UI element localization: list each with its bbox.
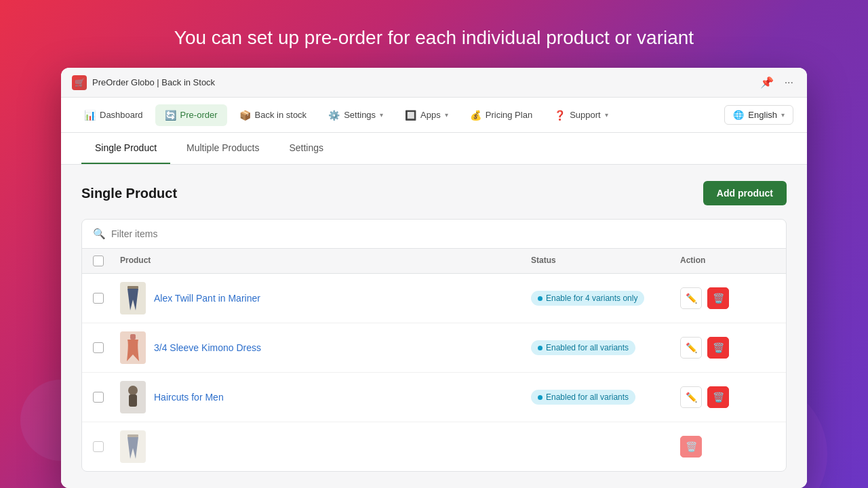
nav-label-pricing-plan: Pricing Plan (486, 110, 532, 120)
col-product: Product (120, 256, 531, 266)
back-in-stock-icon: 📦 (239, 110, 251, 121)
row-3-status: Enabled for all variants (531, 390, 680, 405)
hero-text: You can set up pre-order for each indivi… (174, 27, 694, 49)
tab-settings[interactable]: Settings (275, 133, 337, 164)
row-2-status-label: Enabled for all variants (546, 343, 629, 352)
nav-label-back-in-stock: Back in stock (255, 110, 307, 120)
svg-rect-4 (127, 434, 138, 437)
more-options-icon[interactable]: ··· (782, 75, 796, 90)
nav-item-pricing-plan[interactable]: 💰 Pricing Plan (460, 104, 542, 126)
nav-right: 🌐 English ▾ (724, 105, 793, 125)
apps-icon: 🔲 (405, 110, 416, 121)
row-2-product-name[interactable]: 3/4 Sleeve Kimono Dress (154, 342, 261, 353)
app-icon: 🛒 (72, 75, 87, 90)
row-1-checkbox[interactable] (93, 293, 104, 304)
row-1-edit-button[interactable]: ✏️ (680, 287, 702, 309)
table-row: 3/4 Sleeve Kimono Dress Enabled for all … (82, 323, 786, 373)
select-all-checkbox[interactable] (93, 256, 104, 266)
row-4-action-cell: 🗑️ (680, 436, 775, 458)
page-title: Single Product (81, 186, 177, 201)
settings-chevron-icon: ▾ (380, 111, 383, 119)
nav-label-dashboard: Dashboard (100, 110, 143, 120)
app-window: 🛒 PreOrder Globo | Back in Stock 📌 ··· 📊… (61, 68, 807, 488)
row-1-product-name[interactable]: Alex Twill Pant in Mariner (154, 293, 260, 304)
title-bar: 🛒 PreOrder Globo | Back in Stock 📌 ··· (61, 68, 807, 98)
row-1-status-label: Enable for 4 variants only (546, 293, 637, 303)
nav-left: 📊 Dashboard 🔄 Pre-order 📦 Back in stock … (75, 104, 618, 126)
row-1-action-cell: ✏️ 🗑️ (680, 287, 775, 309)
svg-rect-1 (130, 334, 136, 340)
row-4-thumbnail (120, 430, 146, 463)
add-product-button[interactable]: Add product (703, 181, 787, 205)
page-content: Single Product Add product 🔍 Product Sta… (61, 165, 807, 488)
nav-item-dashboard[interactable]: 📊 Dashboard (75, 104, 153, 126)
nav-bar: 📊 Dashboard 🔄 Pre-order 📦 Back in stock … (61, 98, 807, 133)
svg-rect-3 (129, 394, 137, 407)
nav-item-preorder[interactable]: 🔄 Pre-order (155, 104, 227, 126)
row-2-thumbnail (120, 331, 146, 364)
row-3-status-label: Enabled for all variants (546, 392, 629, 402)
nav-item-settings[interactable]: ⚙️ Settings ▾ (319, 104, 393, 126)
row-1-status-dot (538, 296, 542, 301)
row-1-delete-button[interactable]: 🗑️ (707, 287, 729, 309)
search-icon: 🔍 (93, 228, 106, 240)
svg-rect-0 (127, 286, 138, 289)
dashboard-icon: 📊 (84, 110, 96, 121)
row-3-thumbnail (120, 381, 146, 413)
col-action: Action (680, 256, 775, 266)
row-2-action-cell: ✏️ 🗑️ (680, 337, 775, 359)
table-row: Alex Twill Pant in Mariner Enable for 4 … (82, 274, 786, 323)
pricing-plan-icon: 💰 (470, 110, 481, 121)
nav-item-support[interactable]: ❓ Support ▾ (545, 104, 618, 126)
nav-item-apps[interactable]: 🔲 Apps ▾ (395, 104, 458, 126)
row-3-delete-button[interactable]: 🗑️ (707, 386, 729, 408)
language-label: English (748, 110, 777, 120)
settings-icon: ⚙️ (328, 110, 340, 121)
row-4-checkbox[interactable] (93, 441, 104, 452)
row-3-checkbox[interactable] (93, 392, 104, 403)
language-selector[interactable]: 🌐 English ▾ (724, 105, 793, 125)
apps-chevron-icon: ▾ (445, 111, 448, 119)
row-1-product-cell: Alex Twill Pant in Mariner (120, 282, 531, 314)
nav-label-support: Support (570, 110, 601, 120)
table-row: Haircuts for Men Enabled for all variant… (82, 373, 786, 422)
svg-point-2 (128, 386, 138, 395)
table-container: 🔍 Product Status Action (81, 219, 787, 472)
row-4-delete-button[interactable]: 🗑️ (680, 436, 702, 458)
row-3-edit-button[interactable]: ✏️ (680, 386, 702, 408)
sub-tabs: Single Product Multiple Products Setting… (61, 133, 807, 165)
row-2-edit-button[interactable]: ✏️ (680, 337, 702, 359)
row-3-product-name[interactable]: Haircuts for Men (154, 392, 224, 403)
row-2-status-badge: Enabled for all variants (531, 340, 635, 355)
row-3-action-cell: ✏️ 🗑️ (680, 386, 775, 408)
row-3-status-badge: Enabled for all variants (531, 390, 635, 405)
nav-item-back-in-stock[interactable]: 📦 Back in stock (230, 104, 317, 126)
table-row: 🗑️ (82, 422, 786, 471)
tab-single-product[interactable]: Single Product (81, 133, 170, 164)
row-3-product-cell: Haircuts for Men (120, 381, 531, 413)
support-icon: ❓ (554, 110, 566, 121)
row-4-product-cell (120, 430, 531, 463)
search-bar: 🔍 (82, 220, 786, 249)
search-input[interactable] (111, 228, 775, 239)
title-bar-title: PreOrder Globo | Back in Stock (92, 77, 215, 87)
nav-label-preorder: Pre-order (180, 110, 218, 120)
row-2-status-dot (538, 346, 542, 350)
row-2-checkbox[interactable] (93, 342, 104, 353)
support-chevron-icon: ▾ (605, 111, 608, 119)
table-header: Product Status Action (82, 249, 786, 274)
language-chevron-icon: ▾ (781, 111, 785, 119)
row-1-status: Enable for 4 variants only (531, 291, 680, 306)
row-3-status-dot (538, 395, 542, 400)
tab-multiple-products[interactable]: Multiple Products (173, 133, 273, 164)
nav-label-apps: Apps (420, 110, 441, 120)
preorder-icon: 🔄 (165, 110, 176, 121)
row-2-delete-button[interactable]: 🗑️ (707, 337, 729, 359)
nav-label-settings: Settings (344, 110, 376, 120)
row-2-status: Enabled for all variants (531, 340, 680, 355)
col-status: Status (531, 256, 680, 266)
row-1-status-badge: Enable for 4 variants only (531, 291, 644, 306)
title-bar-right: 📌 ··· (757, 75, 796, 90)
title-bar-left: 🛒 PreOrder Globo | Back in Stock (72, 75, 215, 90)
pin-icon[interactable]: 📌 (757, 75, 776, 90)
